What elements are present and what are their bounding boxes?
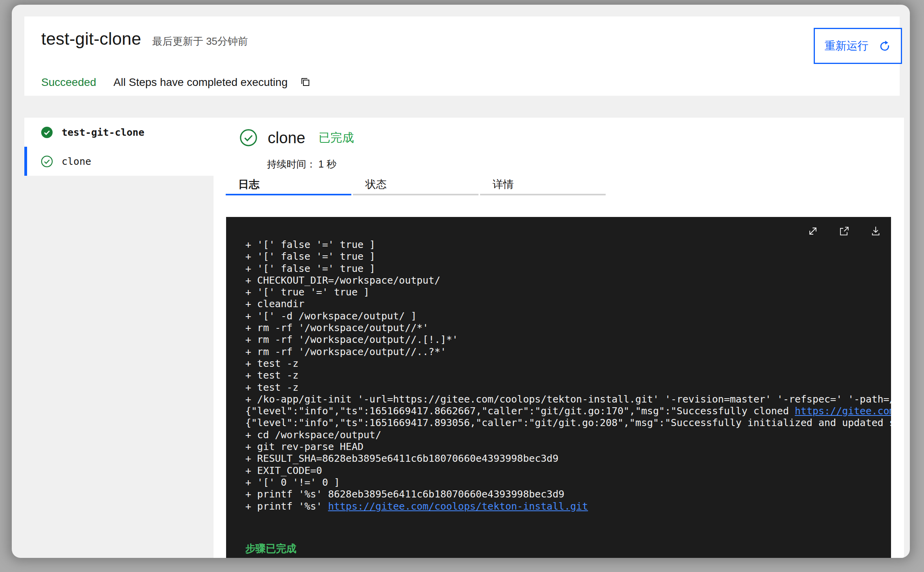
- log-line: + git rev-parse HEAD: [245, 441, 891, 453]
- tab-label: 详情: [493, 177, 514, 191]
- log-link[interactable]: https://gitee.com/coolops/tekton-install…: [795, 405, 891, 417]
- duration-value: 1 秒: [318, 158, 336, 169]
- selected-indicator: [24, 147, 27, 176]
- log-line: + '[' 0 '!=' 0 ]: [245, 477, 891, 488]
- tab-label: 状态: [365, 177, 387, 191]
- tab-详情[interactable]: 详情: [480, 175, 606, 195]
- maximize-icon: [807, 225, 819, 237]
- launch-icon: [838, 225, 850, 237]
- copy-status-button[interactable]: [299, 76, 311, 89]
- step-tabs: 日志状态详情: [226, 175, 606, 195]
- page-title: test-git-clone: [41, 29, 141, 49]
- log-line: + rm -rf '/workspace/output//..?*': [245, 346, 891, 358]
- log-line: + EXIT_CODE=0: [245, 465, 891, 477]
- checkmark-outline-icon: [41, 155, 53, 168]
- sidebar-item-test-git-clone[interactable]: test-git-clone: [24, 118, 214, 147]
- log-line: + test -z: [245, 358, 891, 370]
- checkmark-outline-icon: [239, 129, 257, 147]
- maximize-button[interactable]: [804, 223, 822, 239]
- step-name: clone: [268, 129, 305, 147]
- log-line: + '[' false '=' true ]: [245, 263, 891, 275]
- tab-状态[interactable]: 状态: [353, 175, 478, 195]
- log-line: + RESULT_SHA=8628eb3895e6411c6b18070660e…: [245, 453, 891, 465]
- log-line: + '[' false '=' true ]: [245, 251, 891, 262]
- log-link[interactable]: https://gitee.com/coolops/tekton-install…: [328, 501, 588, 512]
- restart-icon: [878, 39, 891, 53]
- sidebar-item-label: clone: [62, 156, 91, 167]
- run-title-row: test-git-clone 最后更新于 35分钟前: [41, 29, 248, 49]
- log-line: + test -z: [245, 370, 891, 381]
- download-icon: [870, 225, 882, 237]
- checkmark-filled-icon: [41, 126, 53, 138]
- step-completed-message: 步骤已完成: [245, 542, 296, 556]
- log-line: + rm -rf '/workspace/output//.[!.]*': [245, 334, 891, 346]
- status-badge: Succeeded: [41, 76, 96, 89]
- rerun-button[interactable]: 重新运行: [814, 28, 902, 64]
- log-line: + printf '%s' https://gitee.com/coolops/…: [245, 501, 891, 512]
- log-line: + CHECKOUT_DIR=/workspace/output/: [245, 275, 891, 286]
- last-updated-text: 最后更新于 35分钟前: [152, 35, 248, 48]
- duration-label: 持续时间：: [267, 158, 316, 169]
- log-line: + '[' false '=' true ]: [245, 239, 891, 251]
- log-line: + rm -rf '/workspace/output//*': [245, 322, 891, 334]
- log-line: + cd /workspace/output/: [245, 429, 891, 441]
- log-output: + '[' false '=' true ]+ '[' false '=' tr…: [245, 239, 891, 512]
- download-button[interactable]: [867, 223, 885, 239]
- sidebar-item-label: test-git-clone: [62, 127, 144, 138]
- task-tree-sidebar: test-git-cloneclone: [24, 118, 214, 176]
- log-line: {"level":"info","ts":1651669417.893056,"…: [245, 417, 891, 429]
- step-status-label: 已完成: [319, 130, 354, 146]
- run-status-row: Succeeded All Steps have completed execu…: [41, 75, 311, 90]
- step-duration: 持续时间：1 秒: [267, 158, 336, 171]
- launch-button[interactable]: [835, 223, 853, 239]
- tab-日志[interactable]: 日志: [226, 175, 351, 195]
- log-line: + printf '%s' 8628eb3895e6411c6b18070660…: [245, 488, 891, 500]
- log-line: + test -z: [245, 382, 891, 393]
- log-line: + '[' true '=' true ]: [245, 286, 891, 298]
- screenshot-canvas: test-git-clone 最后更新于 35分钟前 Succeeded All…: [0, 0, 924, 572]
- log-terminal: + '[' false '=' true ]+ '[' false '=' tr…: [226, 217, 891, 558]
- tab-label: 日志: [238, 177, 259, 191]
- run-header-card: test-git-clone 最后更新于 35分钟前 Succeeded All…: [24, 16, 900, 96]
- log-line: + cleandir: [245, 298, 891, 310]
- status-message: All Steps have completed executing: [113, 76, 288, 89]
- app-window: test-git-clone 最后更新于 35分钟前 Succeeded All…: [12, 5, 910, 558]
- step-details-panel: clone 已完成 持续时间：1 秒 日志状态详情: [214, 118, 904, 558]
- sidebar-item-clone[interactable]: clone: [24, 147, 214, 176]
- log-line: {"level":"info","ts":1651669417.8662667,…: [245, 405, 891, 417]
- log-line: + '[' -d /workspace/output/ ]: [245, 310, 891, 322]
- copy-icon: [299, 76, 311, 89]
- rerun-button-label: 重新运行: [825, 38, 869, 53]
- log-toolbar: [804, 223, 885, 239]
- log-line: + /ko-app/git-init '-url=https://gitee.c…: [245, 393, 891, 405]
- step-header: clone 已完成: [239, 129, 354, 147]
